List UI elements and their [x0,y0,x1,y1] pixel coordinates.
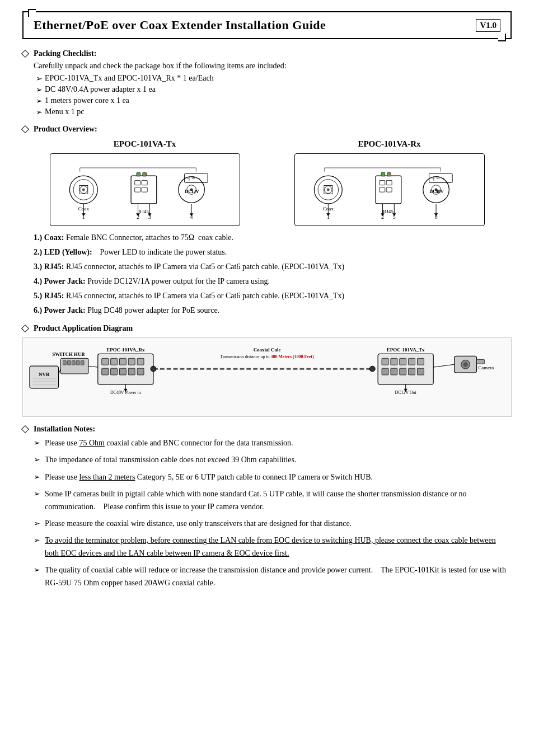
tx-diagram-svg: Coax RJ45 [56,159,234,220]
svg-text:1: 1 [326,214,329,220]
svg-text:12V: 12V [191,189,199,194]
spec-text-6: Plug DC48 power adapter for PoE source. [87,306,219,314]
bullet-icon: ➢ [34,437,40,449]
list-item: ➢ DC 48V/0.4A power adapter x 1 ea [36,85,512,95]
spec-bold-4: Power Jack: [44,277,86,285]
installation-section: Installation Notes: ➢ Please use 75 Ohm … [22,425,512,589]
svg-text:1: 1 [82,214,85,220]
product-overview-header: Product Overview: [22,125,512,134]
svg-rect-100 [119,368,126,375]
app-diagram-svg: NVR SWITCH HUB EPOC-101VA_Rx [29,344,505,411]
svg-rect-85 [63,360,66,365]
svg-point-111 [369,366,375,372]
title-box: Ethernet/PoE over Coax Extender Installa… [22,11,512,39]
spec-text-4: Provide DC12V/1A power output for the IP… [87,277,270,285]
svg-rect-89 [81,360,84,365]
svg-rect-48 [381,172,385,176]
spec-num-6: 6.) [34,306,44,314]
packing-item-3: 1 meters power core x 1 ea [45,96,129,105]
svg-text:RJ45: RJ45 [138,209,149,214]
install-text-4: Some IP cameras built in pigtail cable w… [45,488,512,513]
product-overview-title: Product Overview: [34,125,97,134]
install-item-1: ➢ Please use 75 Ohm coaxial cable and BN… [34,437,512,449]
svg-text:4: 4 [190,214,193,220]
svg-rect-87 [72,360,75,365]
svg-text:RJ45: RJ45 [383,209,394,214]
svg-rect-120 [391,368,397,375]
diamond-icon [21,425,29,433]
list-item: ➢ EPOC-101VA_Tx and EPOC-101VA_Rx * 1 ea… [36,74,512,83]
svg-rect-12 [142,180,147,185]
svg-text:2: 2 [137,214,139,220]
svg-rect-131 [476,359,484,364]
install-item-4: ➢ Some IP cameras built in pigtail cable… [34,488,512,513]
svg-text:3: 3 [148,214,151,220]
packing-header: Packing Checklist: [22,49,512,58]
svg-text:+: + [197,176,200,181]
svg-rect-9 [137,172,140,176]
svg-text:−: − [430,176,433,181]
packing-item-2: DC 48V/0.4A power adapter x 1 ea [45,85,156,94]
spec-num-2: 2.) [34,248,44,256]
svg-text:+: + [442,176,444,181]
rx-diagram-svg: Coax RJ45 [301,159,479,220]
svg-point-130 [463,362,468,367]
tx-device-block: EPOC-101VA-Tx Coax [39,139,251,226]
svg-text:EPOC-101VA_Rx: EPOC-101VA_Rx [106,347,145,353]
devices-row: EPOC-101VA-Tx Coax [22,139,512,226]
spec-bold-3: RJ45: [44,262,64,271]
svg-text:⊙: ⊙ [436,175,440,180]
svg-text:DC: DC [429,189,436,194]
packing-list: ➢ EPOC-101VA_Tx and EPOC-101VA_Rx * 1 ea… [36,74,512,117]
spec-bold-1: Coax: [44,233,64,242]
svg-rect-123 [417,368,424,375]
packing-item-1: EPOC-101VA_Tx and EPOC-101VA_Rx * 1 ea/E… [45,74,214,83]
rx-device-block: EPOC-101VA-Rx Coax [283,139,496,226]
svg-rect-118 [417,358,424,365]
svg-line-103 [88,366,98,367]
product-overview-section: Product Overview: EPOC-101VA-Tx Coax [22,125,512,316]
main-title: Ethernet/PoE over Coax Extender Installa… [34,18,326,32]
svg-rect-13 [134,187,140,192]
bullet-icon: ➢ [34,454,40,466]
install-text-6: To avoid the terminator problem, before … [45,534,512,560]
svg-text:5: 5 [392,214,395,220]
svg-rect-119 [382,368,388,375]
bullet-icon: ➢ [34,518,40,530]
spec-num-5: 5.) [34,292,44,300]
bullet-icon: ➢ [36,74,43,83]
svg-text:2: 2 [381,214,384,220]
svg-rect-96 [128,358,135,365]
bullet-icon: ➢ [36,96,43,106]
spec-num-1: 1.) [34,233,44,242]
svg-text:DC: DC [185,189,191,194]
svg-rect-49 [387,172,391,176]
spec-bold-2: LED (Yellow): [44,248,92,256]
svg-text:NVR: NVR [39,372,50,377]
svg-point-3 [82,189,85,191]
rx-diagram: Coax RJ45 [294,153,485,226]
diamond-icon [21,125,29,133]
svg-text:48V: 48V [435,189,443,194]
packing-intro: Carefully unpack and check the package b… [34,62,512,71]
installation-title: Installation Notes: [34,425,95,434]
svg-point-110 [151,366,156,372]
app-diagram-title: Product Application Diagram [34,324,133,333]
diamond-icon [21,325,29,332]
spec-item-4: 4.) Power Jack: Provide DC12V/1A power o… [34,275,512,287]
spec-item-5: 5.) RJ45: RJ45 connector, attachés to IP… [34,290,512,302]
svg-rect-117 [409,358,415,365]
packing-title: Packing Checklist: [34,49,96,58]
bullet-icon: ➢ [36,107,43,117]
install-item-2: ➢ The impedance of total transmission ca… [34,454,512,466]
version-label: V1.0 [476,19,500,32]
bullet-icon: ➢ [34,564,40,576]
spec-num-3: 3.) [34,262,44,271]
svg-rect-93 [102,358,109,365]
tx-device-name: EPOC-101VA-Tx [114,139,176,149]
list-item: ➢ Menu x 1 pc [36,107,512,117]
tx-diagram: Coax RJ45 [50,153,240,226]
svg-rect-99 [111,368,118,375]
svg-rect-88 [76,360,79,365]
svg-line-90 [58,369,60,374]
